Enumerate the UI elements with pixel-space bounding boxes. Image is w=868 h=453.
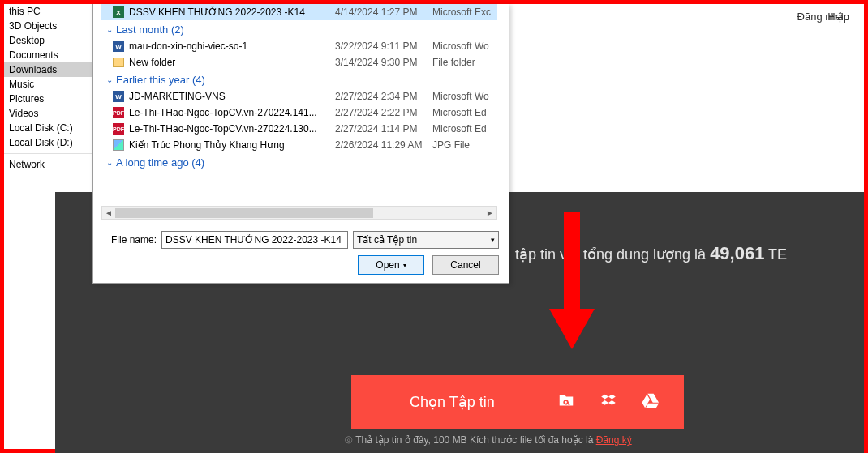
stat-value: 49,061: [710, 243, 764, 263]
tree-node[interactable]: Documents: [4, 48, 93, 62]
choose-file-label: Chọn Tập tin: [351, 393, 557, 411]
folder-icon: [111, 58, 126, 67]
file-row[interactable]: New folder3/14/2024 9:30 PMFile folder: [101, 54, 497, 71]
choose-file-button[interactable]: Chọn Tập tin: [351, 375, 684, 429]
file-type: Microsoft Ed: [432, 123, 497, 135]
file-name: mau-don-xin-nghi-viec-so-1: [126, 41, 335, 52]
stat-suffix: TE: [764, 246, 787, 263]
file-type: Microsoft Ed: [432, 107, 497, 118]
chevron-down-icon: ⌄: [106, 158, 113, 167]
file-name: New folder: [126, 57, 335, 68]
hint-text: Thả tập tin ở đây, 100 MB Kích thước fil…: [355, 434, 596, 446]
jpg-icon: [111, 139, 126, 151]
file-row[interactable]: XDSSV KHEN THƯỞNG 2022-2023 -K144/14/202…: [101, 4, 497, 20]
nav-tree: this PC3D ObjectsDesktopDocumentsDownloa…: [4, 4, 93, 172]
tree-node[interactable]: Local Disk (D:): [4, 135, 93, 150]
tree-node[interactable]: this PC: [4, 4, 93, 19]
file-open-dialog: XDSSV KHEN THƯỞNG 2022-2023 -K144/14/202…: [92, 4, 509, 284]
file-type-select[interactable]: Tất cả Tệp tin ▾: [353, 231, 499, 249]
chevron-down-icon: ⌄: [106, 75, 113, 84]
chevron-down-icon: ⌄: [106, 25, 113, 34]
file-name-label: File name:: [103, 234, 157, 246]
file-type: Microsoft Wo: [432, 91, 497, 102]
file-date: 3/14/2024 9:30 PM: [335, 57, 432, 68]
tree-node[interactable]: Local Disk (C:): [4, 121, 93, 135]
file-type: JPG File: [432, 139, 497, 151]
dropbox-icon[interactable]: [599, 391, 617, 412]
file-date: 2/26/2024 11:29 AM: [335, 139, 432, 151]
group-label: Last month (2): [116, 24, 184, 36]
excel-icon: X: [111, 6, 126, 18]
pdf-icon: PDF: [111, 107, 126, 118]
file-type-value: Tất cả Tệp tin: [357, 234, 417, 246]
scroll-left-icon[interactable]: ◄: [102, 208, 115, 217]
folder-search-icon[interactable]: [557, 391, 575, 412]
file-name-input[interactable]: [161, 231, 348, 249]
file-type: Microsoft Wo: [432, 41, 497, 52]
file-row[interactable]: Wmau-don-xin-nghi-viec-so-13/22/2024 9:1…: [101, 38, 497, 54]
cancel-button[interactable]: Cancel: [432, 255, 499, 275]
tree-node[interactable]: Downloads: [4, 62, 93, 77]
file-row[interactable]: Kiến Trúc Phong Thủy Khang Hưng2/26/2024…: [101, 137, 497, 153]
open-button[interactable]: Open ▾: [358, 255, 424, 275]
drop-hint: ⦾ Thả tập tin ở đây, 100 MB Kích thước f…: [345, 434, 632, 446]
group-header[interactable]: ⌄Earlier this year (4): [101, 71, 497, 88]
file-name: JD-MARKETING-VNS: [126, 91, 335, 102]
tree-node[interactable]: Videos: [4, 106, 93, 121]
group-label: A long time ago (4): [116, 156, 204, 169]
file-name: Kiến Trúc Phong Thủy Khang Hưng: [126, 139, 335, 151]
tree-node[interactable]: Music: [4, 77, 93, 92]
split-arrow-icon: ▾: [403, 262, 406, 269]
file-name: Le-Thi-THao-Ngoc-TopCV.vn-270224.130...: [126, 123, 335, 135]
file-list: XDSSV KHEN THƯỞNG 2022-2023 -K144/14/202…: [101, 4, 497, 207]
group-label: Earlier this year (4): [116, 74, 205, 86]
file-date: 2/27/2024 2:22 PM: [335, 107, 432, 118]
file-row[interactable]: PDFLe-Thi-THao-Ngoc-TopCV.vn-270224.130.…: [101, 121, 497, 137]
login-link[interactable]: Đăng nhập: [797, 4, 864, 28]
file-name: Le-Thi-THao-Ngoc-TopCV.vn-270224.141...: [126, 107, 335, 118]
chevron-down-icon: ▾: [491, 236, 495, 244]
google-drive-icon[interactable]: [642, 391, 660, 412]
file-row[interactable]: PDFLe-Thi-THao-Ngoc-TopCV.vn-270224.141.…: [101, 105, 497, 121]
file-date: 3/22/2024 9:11 PM: [335, 41, 432, 52]
tree-node[interactable]: 3D Objects: [4, 19, 93, 33]
file-row[interactable]: WJD-MARKETING-VNS2/27/2024 2:34 PMMicros…: [101, 88, 497, 105]
tree-node[interactable]: Pictures: [4, 92, 93, 106]
annotation-arrow: [554, 212, 590, 357]
group-header[interactable]: ⌄A long time ago (4): [101, 153, 497, 171]
group-header[interactable]: ⌄Last month (2): [101, 20, 497, 38]
file-date: 4/14/2024 1:27 PM: [335, 6, 432, 18]
stat-prefix: tập tin với tổng dung lượng là: [515, 246, 710, 263]
file-bar: File name: Tất cả Tệp tin ▾ Open ▾ Cance…: [93, 226, 509, 283]
file-date: 2/27/2024 2:34 PM: [335, 91, 432, 102]
hint-register-link[interactable]: Đăng ký: [596, 434, 632, 446]
scroll-thumb[interactable]: [115, 208, 373, 218]
pdf-icon: PDF: [111, 123, 126, 135]
tree-node[interactable]: Network: [4, 157, 93, 172]
scroll-right-icon[interactable]: ►: [483, 208, 496, 217]
open-button-label: Open: [376, 259, 399, 271]
tree-node[interactable]: Desktop: [4, 33, 93, 48]
word-icon: W: [111, 91, 126, 102]
file-type: File folder: [432, 57, 497, 68]
file-type: Microsoft Exc: [432, 6, 497, 18]
file-date: 2/27/2024 1:14 PM: [335, 123, 432, 135]
file-name: DSSV KHEN THƯỞNG 2022-2023 -K14: [126, 6, 335, 18]
word-icon: W: [111, 41, 126, 52]
horizontal-scrollbar[interactable]: ◄ ►: [101, 206, 497, 220]
